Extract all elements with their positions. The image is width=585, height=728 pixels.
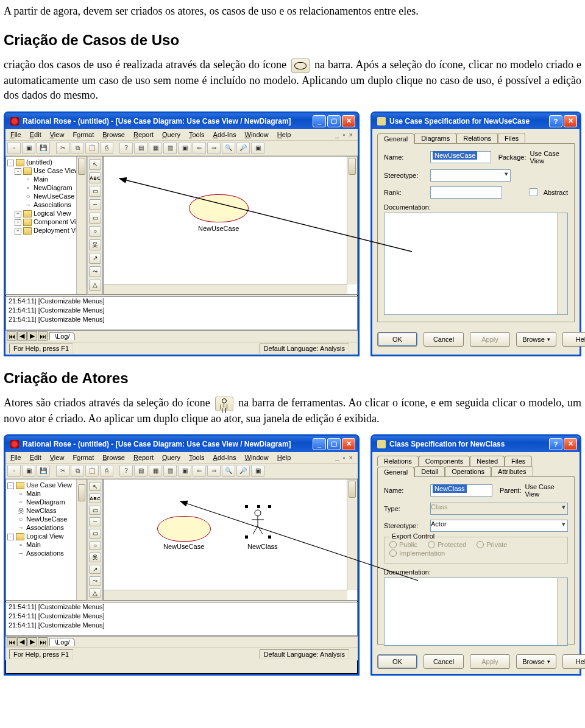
sel-handle[interactable] bbox=[268, 505, 271, 508]
menubar[interactable]: File Edit View Format Browse Report Quer… bbox=[5, 452, 358, 464]
zoomout-icon[interactable]: 🔎 bbox=[236, 465, 250, 477]
usecase-tool-icon[interactable]: ○ bbox=[89, 226, 101, 237]
assoc-icon[interactable]: ↗ bbox=[89, 565, 101, 574]
log-tabs[interactable]: ⏮ ◀ ▶ ⏭ \Log/ bbox=[5, 330, 358, 342]
doc-scrollbar[interactable] bbox=[557, 578, 567, 645]
rank-field[interactable] bbox=[430, 186, 502, 199]
help-icon[interactable]: ? bbox=[119, 142, 133, 154]
canvas-scroll-h[interactable] bbox=[104, 590, 347, 600]
view4-icon[interactable]: ▣ bbox=[178, 465, 191, 477]
menu-view[interactable]: View bbox=[48, 453, 67, 462]
usecase-shape[interactable] bbox=[157, 516, 211, 542]
menu-report[interactable]: Report bbox=[131, 130, 156, 139]
fit-icon[interactable]: ▣ bbox=[251, 465, 264, 477]
new-icon[interactable]: ▫ bbox=[7, 142, 21, 154]
ok-button[interactable]: OK bbox=[377, 332, 417, 347]
ok-button[interactable]: OK bbox=[377, 654, 417, 669]
apply-button[interactable]: Apply bbox=[470, 332, 510, 347]
dlg-tabs[interactable]: Relations Components Nested Files Genera… bbox=[377, 456, 575, 476]
canvas-scroll-v[interactable] bbox=[347, 157, 357, 284]
log-last-icon[interactable]: ⏭ bbox=[38, 637, 48, 646]
package-icon[interactable]: ▭ bbox=[89, 213, 101, 224]
canvas-scroll-v[interactable] bbox=[347, 479, 357, 590]
tree-assoc[interactable]: Associations bbox=[34, 201, 71, 208]
menu-edit[interactable]: Edit bbox=[27, 130, 44, 139]
log-last-icon[interactable]: ⏭ bbox=[38, 331, 48, 341]
view1-icon[interactable]: ▤ bbox=[134, 142, 147, 154]
menu-window[interactable]: Window bbox=[243, 130, 271, 139]
actor-tool-icon[interactable]: 옷 bbox=[89, 239, 101, 250]
text-icon[interactable]: ᴀʙᴄ bbox=[89, 493, 101, 503]
maximize-button[interactable]: ▢ bbox=[327, 115, 341, 127]
next-icon[interactable]: ⇒ bbox=[207, 465, 221, 477]
cut-icon[interactable]: ✂ bbox=[56, 142, 69, 154]
paste-icon[interactable]: 📋 bbox=[85, 465, 99, 477]
name-field[interactable]: NewUseCase bbox=[430, 151, 491, 163]
copy-icon[interactable]: ⧉ bbox=[71, 142, 84, 154]
menubar[interactable]: File Edit View Format Browse Report Quer… bbox=[5, 129, 358, 141]
name-field[interactable]: NewClass bbox=[430, 484, 492, 497]
menu-query[interactable]: Query bbox=[160, 130, 183, 139]
view2-icon[interactable]: ▦ bbox=[149, 465, 162, 477]
doc-textarea[interactable] bbox=[384, 578, 568, 646]
menu-format[interactable]: Format bbox=[70, 130, 96, 139]
dlg-tabs[interactable]: General Diagrams Relations Files bbox=[377, 133, 575, 143]
menu-view[interactable]: View bbox=[48, 130, 67, 139]
tree-main[interactable]: Main bbox=[26, 490, 41, 497]
menu-help[interactable]: Help bbox=[275, 453, 294, 462]
browser-tree[interactable]: -Use Case View ▫Main ▫NewDiagram 옷NewCla… bbox=[5, 479, 87, 601]
cancel-button[interactable]: Cancel bbox=[424, 654, 464, 669]
tree-scrollbar[interactable] bbox=[76, 479, 87, 600]
titlebar[interactable]: Rational Rose - (untitled) - [Use Case D… bbox=[5, 436, 358, 452]
depend-icon[interactable]: ⤳ bbox=[89, 266, 101, 277]
titlebar[interactable]: Rational Rose - (untitled) - [Use Case D… bbox=[5, 113, 358, 129]
tab-files[interactable]: Files bbox=[498, 133, 525, 143]
menu-help[interactable]: Help bbox=[275, 130, 294, 139]
view3-icon[interactable]: ▥ bbox=[163, 465, 177, 477]
close-button[interactable]: ✕ bbox=[342, 438, 355, 450]
menu-tools[interactable]: Tools bbox=[186, 130, 207, 139]
tree-ucview[interactable]: Use Case View bbox=[34, 167, 79, 174]
menu-browse[interactable]: Browse bbox=[100, 130, 127, 139]
anchor-icon[interactable]: ╌ bbox=[89, 199, 101, 210]
help-button[interactable]: Help bbox=[562, 332, 585, 347]
log-next-icon[interactable]: ▶ bbox=[27, 331, 37, 341]
dlg-help-button[interactable]: ? bbox=[549, 115, 562, 127]
tree-logical[interactable]: Logical View bbox=[26, 532, 64, 540]
cancel-button[interactable]: Cancel bbox=[424, 332, 464, 347]
paste-icon[interactable]: 📋 bbox=[85, 142, 99, 154]
close-button[interactable]: ✕ bbox=[342, 115, 355, 127]
log-prev-icon[interactable]: ◀ bbox=[17, 331, 27, 341]
stereo-field[interactable]: Actor bbox=[430, 520, 568, 532]
copy-icon[interactable]: ⧉ bbox=[71, 465, 84, 477]
view1-icon[interactable]: ▤ bbox=[134, 465, 147, 477]
doc-textarea[interactable] bbox=[384, 213, 568, 315]
tree-scrollbar[interactable] bbox=[76, 157, 87, 294]
note-icon[interactable]: ▭ bbox=[89, 506, 101, 515]
assoc-icon[interactable]: ↗ bbox=[89, 253, 101, 264]
tab-operations[interactable]: Operations bbox=[445, 466, 491, 476]
pointer-icon[interactable]: ↖ bbox=[89, 159, 101, 170]
new-icon[interactable]: ▫ bbox=[7, 465, 21, 477]
tree-ucview[interactable]: Use Case View bbox=[26, 481, 72, 489]
apply-button[interactable]: Apply bbox=[470, 654, 510, 669]
tool-palette[interactable]: ↖ ᴀʙᴄ ▭ ╌ ▭ ○ 옷 ↗ ⤳ △ bbox=[87, 479, 103, 601]
abstract-checkbox[interactable] bbox=[530, 188, 537, 196]
menu-file[interactable]: File bbox=[8, 453, 24, 462]
menu-edit[interactable]: Edit bbox=[27, 453, 44, 462]
toolbar[interactable]: ▫ ▣ 💾 ✂ ⧉ 📋 ⎙ ? ▤ ▦ ▥ ▣ ⇐ ⇒ 🔍 🔎 ▣ bbox=[5, 464, 358, 479]
actor-tool-icon[interactable]: 옷 bbox=[89, 553, 101, 562]
open-icon[interactable]: ▣ bbox=[22, 465, 35, 477]
prev-icon[interactable]: ⇐ bbox=[193, 465, 206, 477]
tab-relations[interactable]: Relations bbox=[377, 456, 419, 466]
print-icon[interactable]: ⎙ bbox=[100, 465, 113, 477]
tree-newdiag[interactable]: NewDiagram bbox=[34, 184, 73, 191]
help-icon[interactable]: ? bbox=[119, 465, 133, 477]
menu-browse[interactable]: Browse bbox=[100, 453, 127, 462]
zoomout-icon[interactable]: 🔎 bbox=[236, 142, 250, 154]
next-icon[interactable]: ⇒ bbox=[207, 142, 221, 154]
sel-handle[interactable] bbox=[268, 535, 271, 539]
note-icon[interactable]: ▭ bbox=[89, 186, 101, 197]
log-next-icon[interactable]: ▶ bbox=[27, 637, 37, 646]
view4-icon[interactable]: ▣ bbox=[178, 142, 191, 154]
